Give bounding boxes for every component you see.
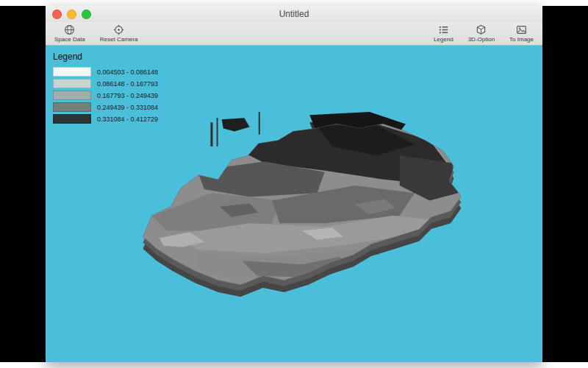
3d-extruded-map bbox=[129, 110, 475, 324]
toolbar-button-label: To Image bbox=[509, 36, 534, 43]
legend-item: 0.086148 - 0.167793 bbox=[53, 79, 158, 88]
legend-range-label: 0.086148 - 0.167793 bbox=[97, 80, 158, 88]
map-canvas[interactable]: Legend 0.004503 - 0.086148 0.086148 - 0.… bbox=[46, 46, 542, 362]
legend-range-label: 0.004503 - 0.086148 bbox=[97, 68, 158, 76]
toolbar-button-label: Legend bbox=[434, 36, 453, 43]
legend-swatch bbox=[53, 67, 91, 77]
list-icon bbox=[438, 24, 449, 35]
to-image-button[interactable]: To Image bbox=[506, 24, 537, 43]
legend-swatch bbox=[53, 114, 91, 124]
legend-swatch bbox=[53, 79, 91, 88]
letterbox-right bbox=[542, 6, 588, 362]
window-title: Untitled bbox=[46, 9, 542, 19]
legend-button[interactable]: Legend bbox=[431, 24, 456, 43]
toolbar-left-group: Space Data Reset Camera bbox=[51, 24, 140, 43]
globe-icon bbox=[64, 24, 75, 35]
space-data-button[interactable]: Space Data bbox=[51, 24, 88, 43]
minimize-button[interactable] bbox=[67, 10, 76, 19]
toolbar-button-label: Reset Camera bbox=[100, 36, 138, 43]
legend-range-label: 0.167793 - 0.249439 bbox=[97, 92, 158, 99]
toolbar-right-group: Legend 3D-Option bbox=[431, 24, 537, 43]
legend-title: Legend bbox=[53, 52, 158, 62]
app-window: Untitled Space Data bbox=[46, 6, 542, 362]
title-bar: Untitled bbox=[46, 6, 542, 22]
legend-range-label: 0.249439 - 0.331084 bbox=[97, 104, 158, 111]
image-icon bbox=[516, 24, 527, 35]
3d-option-button[interactable]: 3D-Option bbox=[465, 24, 498, 43]
legend-swatch bbox=[53, 91, 91, 100]
legend-swatch bbox=[53, 102, 91, 112]
close-button[interactable] bbox=[52, 10, 62, 19]
zoom-button[interactable] bbox=[82, 10, 91, 19]
cube-icon bbox=[476, 24, 487, 35]
legend-item: 0.167793 - 0.249439 bbox=[53, 91, 158, 100]
letterbox-left bbox=[0, 6, 46, 362]
target-icon bbox=[113, 24, 124, 35]
traffic-lights bbox=[46, 10, 91, 19]
legend-item: 0.004503 - 0.086148 bbox=[53, 67, 158, 77]
reset-camera-button[interactable]: Reset Camera bbox=[97, 24, 141, 43]
toolbar-button-label: 3D-Option bbox=[468, 36, 495, 43]
toolbar-button-label: Space Data bbox=[54, 36, 85, 43]
toolbar: Space Data Reset Camera bbox=[46, 22, 542, 46]
